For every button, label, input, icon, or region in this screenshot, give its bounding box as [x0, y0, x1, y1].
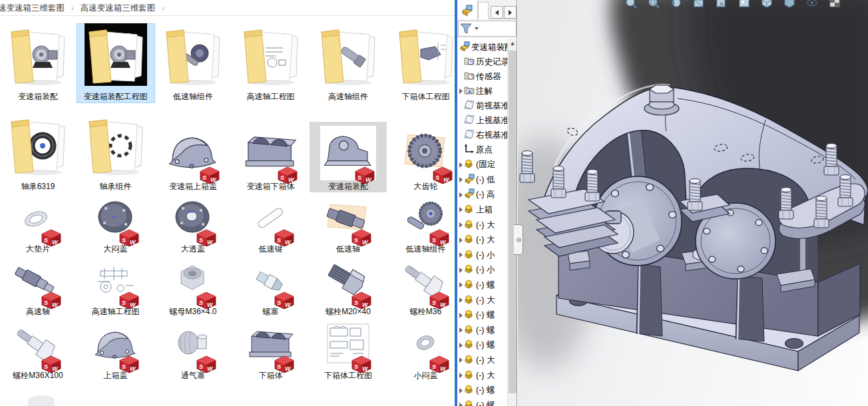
file-item[interactable]: 低速轴组件 — [154, 24, 232, 102]
tree-item-label: (-) 大 — [476, 370, 495, 381]
file-item[interactable]: SWSW大闷盖 — [77, 200, 154, 255]
tree-item-label: 注解 — [476, 86, 493, 97]
display-style-icon[interactable] — [783, 0, 796, 8]
tree-item[interactable]: (-) 螺 — [457, 398, 508, 406]
tree-item[interactable]: (-) 高 — [457, 188, 508, 202]
tree-item[interactable]: (-) 螺 — [457, 383, 508, 398]
filter-dropdown-arrow[interactable] — [475, 27, 479, 30]
file-item[interactable]: SW低速键 — [232, 200, 310, 255]
edit-appearance-icon[interactable] — [828, 0, 841, 8]
tree-item-label: 前视基准面 — [476, 101, 508, 112]
section-view-icon[interactable] — [692, 0, 706, 8]
tree-item[interactable]: 上箱 — [457, 202, 508, 217]
file-item[interactable]: SW螺栓M20×40 — [310, 263, 387, 317]
tree-item[interactable]: 上视基准面 — [457, 113, 508, 128]
panel-splitter[interactable] — [514, 224, 523, 255]
file-item[interactable]: 高速轴组件 — [310, 24, 387, 102]
filter-input[interactable] — [458, 21, 517, 37]
tree-item[interactable]: (-) 大 — [457, 353, 508, 367]
tree-item[interactable]: A注解 — [457, 84, 508, 99]
tab-scroll-left-button[interactable] — [491, 6, 503, 19]
file-item[interactable]: SW高速轴工程图 — [77, 263, 154, 317]
folder-icon — [83, 111, 149, 180]
file-item[interactable]: SW螺母M36×4.0 — [154, 263, 232, 317]
file-item[interactable]: 变速箱装配工程图 — [77, 24, 154, 102]
gearbox-model[interactable] — [518, 0, 868, 406]
file-item[interactable]: SW下箱体 — [232, 325, 310, 381]
file-item[interactable]: SW变速箱上箱盖 — [154, 122, 232, 192]
part-thumbnail: SW — [246, 258, 296, 305]
tab-featuremanager[interactable] — [457, 0, 478, 19]
file-item[interactable]: 高速轴工程图 — [232, 24, 310, 102]
tree-item[interactable]: 传感器 — [457, 69, 508, 84]
file-item[interactable]: SW上箱盖 — [77, 325, 154, 381]
zoom-fit-icon[interactable] — [624, 0, 638, 8]
file-item[interactable]: SW低速轴组件 — [387, 200, 455, 255]
file-item-label: 上箱盖 — [77, 369, 154, 381]
view-orientation-icon[interactable] — [760, 0, 773, 8]
tree-item[interactable]: 历史记录 — [457, 55, 508, 69]
file-item[interactable]: SW螺塞 — [232, 263, 310, 317]
file-item[interactable]: 轴承组件 — [77, 122, 154, 192]
hide-show-items-icon[interactable] — [805, 0, 819, 8]
tree-item[interactable]: (-) 螺 — [457, 278, 508, 292]
tab-property[interactable] — [478, 2, 489, 19]
file-item[interactable]: SW大齿轮 — [387, 122, 455, 192]
tree-item[interactable]: (-) 小 — [457, 248, 508, 262]
tree-item[interactable]: (-) 小 — [457, 263, 508, 278]
file-item[interactable]: SW下箱体工程图 — [310, 325, 387, 381]
collapse-arrow[interactable]: ^ — [503, 43, 507, 50]
tree-item[interactable]: (-) 大 — [457, 368, 508, 383]
file-item[interactable]: 下箱体工程图 — [387, 24, 455, 102]
file-item-partial[interactable] — [28, 395, 55, 406]
file-item[interactable]: SW螺栓M36 — [387, 263, 455, 317]
apply-scene-icon[interactable] — [738, 0, 751, 8]
file-item[interactable]: SW通气塞 — [154, 325, 232, 381]
tree-item[interactable]: (-) 低 — [457, 172, 508, 187]
file-item[interactable]: SW大垫片 — [0, 200, 77, 255]
previous-view-icon[interactable] — [670, 0, 683, 8]
tree-item-label: 传感器 — [476, 71, 501, 83]
breadcrumb-item[interactable]: 高速变速箱三维套图 — [78, 0, 158, 16]
tree-item[interactable]: (固定 — [457, 158, 508, 172]
tree-item[interactable]: (-) 大 — [457, 218, 508, 232]
file-item[interactable]: SW变速箱下箱体 — [232, 122, 310, 192]
file-item-label: 高速轴工程图 — [77, 305, 154, 317]
viewport-3d[interactable]: A — [518, 0, 868, 406]
tree-item[interactable]: 原点 — [457, 142, 508, 157]
part-icon — [464, 158, 475, 171]
file-item[interactable]: 轴承6319 — [0, 122, 77, 192]
tree-item[interactable]: (-) 大 — [457, 233, 508, 248]
scrollbar-thumb[interactable] — [509, 51, 517, 393]
scroll-up-arrow[interactable]: ▲ — [508, 40, 517, 47]
svg-text:S: S — [280, 174, 284, 181]
tree-item[interactable]: (-) 螺 — [457, 323, 508, 337]
part-icon — [464, 399, 475, 406]
file-item[interactable]: SW小闷盖 — [387, 325, 455, 381]
view-annotations-icon[interactable]: A — [715, 0, 728, 8]
file-item[interactable]: SW高速轴 — [0, 263, 77, 317]
tree-item[interactable]: 变速箱装配^ — [457, 40, 508, 55]
part-thumbnail: SW — [246, 195, 296, 243]
part-thumbnail: SWSW — [91, 195, 140, 243]
origin-icon — [464, 144, 475, 156]
tree-item[interactable]: 前视基准面 — [457, 99, 508, 113]
breadcrumb-item[interactable]: 速变速箱三维套图 — [0, 0, 67, 16]
tree-item[interactable]: (-) 螺 — [457, 308, 508, 323]
file-item-label: 低速轴 — [310, 243, 387, 255]
tree-scrollbar[interactable]: ▲ — [507, 39, 517, 406]
part-thumbnail: SWSW — [168, 195, 218, 243]
svg-text:A: A — [468, 89, 472, 95]
tree-item-label: 变速箱装配 — [471, 42, 508, 53]
tab-scroll-right-button[interactable] — [504, 6, 517, 19]
file-item[interactable]: SW低速轴 — [310, 200, 387, 255]
file-item[interactable]: SWSW大透盖 — [154, 200, 232, 255]
svg-text:S: S — [354, 363, 358, 370]
zoom-area-icon[interactable] — [647, 0, 660, 8]
tree-item[interactable]: (-) 螺 — [457, 338, 508, 353]
file-item[interactable]: 变速箱装配 — [0, 24, 77, 102]
tree-item[interactable]: 右视基准面 — [457, 128, 508, 142]
tree-item[interactable]: (-) 大 — [457, 293, 508, 307]
file-item[interactable]: SW螺栓M36X100 — [0, 325, 77, 381]
file-item[interactable]: SW变速箱装配 — [310, 122, 387, 192]
